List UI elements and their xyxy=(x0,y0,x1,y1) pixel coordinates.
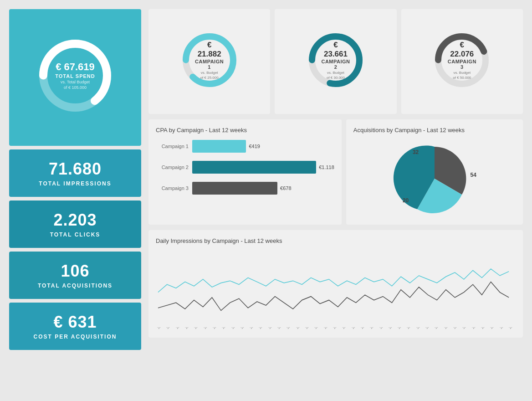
total-spend-amount: € 67.619 xyxy=(55,62,95,72)
bar-fill-1 xyxy=(192,140,246,153)
charts-row: CPA by Campaign - Last 12 weeks Campaign… xyxy=(148,119,523,225)
acquisitions-chart-title: Acquisitions by Campaign - Last 12 weeks xyxy=(353,127,516,134)
campaign-3-text: € 22.076 CAMPAIGN 3 vs. Budget of € 50.0… xyxy=(447,41,477,80)
bar-fill-3 xyxy=(192,182,277,195)
campaign-2-sub2: of € 30.000 xyxy=(321,76,350,80)
campaign-2-text: € 23.661 CAMPAIGN 2 vs. Budget of € 30.0… xyxy=(321,41,350,80)
impressions-label: TOTAL IMPRESSIONS xyxy=(39,180,111,187)
bar-row-1: Campaign 1 €419 xyxy=(156,140,334,153)
campaign-3-sub1: vs. Budget xyxy=(447,71,477,75)
cpa-number: € 631 xyxy=(53,313,97,332)
bar-value-2: €1.118 xyxy=(319,165,334,170)
campaign-2-card: € 23.661 CAMPAIGN 2 vs. Budget of € 30.0… xyxy=(275,9,396,114)
campaign-3-name: CAMPAIGN 3 xyxy=(447,59,477,70)
total-spend-center: € 67.619 TOTAL SPEND vs. Total Budget of… xyxy=(55,62,95,90)
acquisitions-label: TOTAL ACQUISITIONS xyxy=(38,283,113,289)
impressions-card: 71.680 TOTAL IMPRESSIONS xyxy=(9,149,141,197)
bar-track-3: €678 xyxy=(192,182,334,195)
acquisitions-number: 106 xyxy=(61,262,89,281)
impressions-number: 71.680 xyxy=(49,159,102,179)
bar-track-1: €419 xyxy=(192,140,334,153)
cpa-card: € 631 COST PER ACQUISITION xyxy=(9,303,141,350)
campaign-2-sub1: vs. Budget xyxy=(321,71,350,75)
campaign-1-sub2: of € 25.000 xyxy=(194,76,224,80)
campaign-1-text: € 21.882 CAMPAIGN 1 vs. Budget of € 25.0… xyxy=(194,41,224,80)
campaign-3-amount: € 22.076 xyxy=(447,41,477,59)
bar-label-3: Campaign 3 xyxy=(156,185,189,191)
cpa-bar-chart: CPA by Campaign - Last 12 weeks Campaign… xyxy=(148,119,342,225)
bar-row-2: Campaign 2 €1.118 xyxy=(156,161,334,174)
clicks-number: 2.203 xyxy=(53,211,97,230)
campaign-3-card: € 22.076 CAMPAIGN 3 vs. Budget of € 50.0… xyxy=(401,9,523,114)
clicks-card: 2.203 TOTAL CLICKS xyxy=(9,200,141,248)
campaign-1-name: CAMPAIGN 1 xyxy=(194,59,224,70)
campaign-2-donut: € 23.661 CAMPAIGN 2 vs. Budget of € 30.0… xyxy=(306,31,365,90)
campaign-2-amount: € 23.661 xyxy=(321,41,350,59)
impressions-chart-title: Daily Impressions by Campaign - Last 12 … xyxy=(156,237,516,244)
total-spend-sub2: of € 105.000 xyxy=(55,85,95,90)
bar-label-1: Campaign 1 xyxy=(156,144,189,149)
total-spend-label: TOTAL SPEND xyxy=(55,73,95,79)
left-column: € 67.619 TOTAL SPEND vs. Total Budget of… xyxy=(9,9,141,350)
bar-value-3: €678 xyxy=(280,185,291,191)
pie-label-20: 20 xyxy=(403,197,409,204)
total-spend-card: € 67.619 TOTAL SPEND vs. Total Budget of… xyxy=(9,9,141,146)
cpa-chart-title: CPA by Campaign - Last 12 weeks xyxy=(156,127,334,134)
bar-fill-2 xyxy=(192,161,316,174)
pie-label-32: 32 xyxy=(413,149,419,155)
impressions-line-chart: Daily Impressions by Campaign - Last 12 … xyxy=(148,230,523,338)
acquisitions-pie-chart: Acquisitions by Campaign - Last 12 weeks… xyxy=(346,119,523,225)
pie-wrapper: 32 54 20 xyxy=(389,140,480,217)
total-spend-sub1: vs. Total Budget xyxy=(55,80,95,84)
bar-value-1: €419 xyxy=(249,144,260,149)
campaign-3-sub2: of € 50.000 xyxy=(447,76,477,80)
campaign-2-name: CAMPAIGN 2 xyxy=(321,59,350,70)
bar-row-3: Campaign 3 €678 xyxy=(156,182,334,195)
campaign-cards-row: € 21.882 CAMPAIGN 1 vs. Budget of € 25.0… xyxy=(148,9,523,114)
clicks-label: TOTAL CLICKS xyxy=(50,231,101,238)
campaign-3-donut: € 22.076 CAMPAIGN 3 vs. Budget of € 50.0… xyxy=(432,31,491,90)
campaign-1-donut: € 21.882 CAMPAIGN 1 vs. Budget of € 25.0… xyxy=(180,31,239,90)
acquisitions-card: 106 TOTAL ACQUISITIONS xyxy=(9,252,141,299)
x-axis-labels: 2016.01.27 2016.01.23 2016.01.25 2016.01… xyxy=(156,327,516,330)
bar-label-2: Campaign 2 xyxy=(156,165,189,170)
cpa-label: COST PER ACQUISITION xyxy=(34,334,117,340)
pie-label-54: 54 xyxy=(471,172,476,178)
dashboard: € 67.619 TOTAL SPEND vs. Total Budget of… xyxy=(9,9,523,350)
campaign-1-card: € 21.882 CAMPAIGN 1 vs. Budget of € 25.0… xyxy=(148,9,270,114)
total-spend-donut: € 67.619 TOTAL SPEND vs. Total Budget of… xyxy=(34,35,116,117)
campaign-1-amount: € 21.882 xyxy=(194,41,224,59)
bar-track-2: €1.118 xyxy=(192,161,334,174)
right-column: € 21.882 CAMPAIGN 1 vs. Budget of € 25.0… xyxy=(148,9,523,350)
campaign-1-sub1: vs. Budget xyxy=(194,71,224,75)
